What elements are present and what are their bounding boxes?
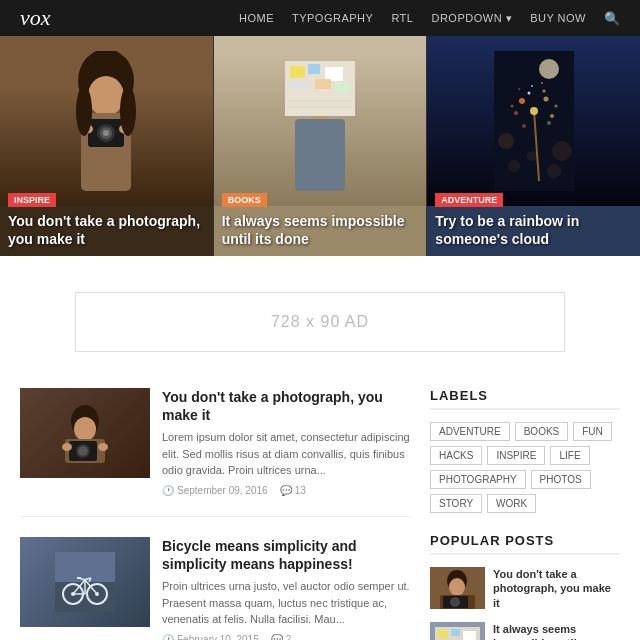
post-title-2[interactable]: Bicycle means simplicity and simplicity … xyxy=(162,537,410,573)
svg-point-41 xyxy=(552,141,572,161)
nav-dropdown[interactable]: DROPDOWN ▾ xyxy=(431,12,512,25)
sidebar: LABELS ADVENTUREBOOKSFUNHACKSINSPIRELIFE… xyxy=(430,388,620,640)
popular-title-1[interactable]: You don't take a photograph, you make it xyxy=(493,567,620,610)
labels-section: LABELS ADVENTUREBOOKSFUNHACKSINSPIRELIFE… xyxy=(430,388,620,513)
label-tag-adventure[interactable]: ADVENTURE xyxy=(430,422,510,441)
label-tag-inspire[interactable]: INSPIRE xyxy=(487,446,545,465)
labels-grid: ADVENTUREBOOKSFUNHACKSINSPIRELIFEPHOTOGR… xyxy=(430,422,620,513)
svg-point-40 xyxy=(498,133,514,149)
popular-thumb-2 xyxy=(430,622,485,640)
svg-point-39 xyxy=(518,88,520,90)
label-tag-story[interactable]: STORY xyxy=(430,494,482,513)
label-tag-books[interactable]: BOOKS xyxy=(515,422,569,441)
svg-point-30 xyxy=(550,114,554,118)
nav-buynow[interactable]: BUY NOW xyxy=(530,12,586,24)
hero-category-3[interactable]: ADVENTURE xyxy=(435,193,503,207)
hero-category-1[interactable]: INSPIRE xyxy=(8,193,56,207)
svg-rect-17 xyxy=(325,67,343,81)
svg-point-10 xyxy=(120,86,136,136)
svg-point-31 xyxy=(527,92,530,95)
svg-point-26 xyxy=(530,107,538,115)
svg-rect-18 xyxy=(290,81,310,89)
post-excerpt-2: Proin ultrices urna justo, vel auctor od… xyxy=(162,578,410,628)
svg-point-28 xyxy=(543,97,548,102)
hero-image-2 xyxy=(214,36,427,206)
svg-point-37 xyxy=(531,85,533,87)
svg-rect-75 xyxy=(438,630,448,638)
svg-rect-76 xyxy=(451,629,460,636)
label-tag-hacks[interactable]: HACKS xyxy=(430,446,482,465)
label-tag-fun[interactable]: FUN xyxy=(573,422,612,441)
comment-icon-1: 💬 xyxy=(280,485,292,496)
popular-thumb-1 xyxy=(430,567,485,609)
svg-point-1 xyxy=(88,76,124,116)
svg-rect-19 xyxy=(315,79,331,89)
svg-rect-15 xyxy=(290,66,305,78)
comment-icon-2: 💬 xyxy=(271,634,283,640)
svg-point-32 xyxy=(542,90,545,93)
post-comments-2: 💬 2 xyxy=(271,634,292,640)
post-thumb-2[interactable] xyxy=(20,537,150,627)
site-logo[interactable]: vox xyxy=(20,5,51,31)
label-tag-work[interactable]: WORK xyxy=(487,494,536,513)
svg-rect-20 xyxy=(335,83,350,92)
hero-item-1[interactable]: INSPIRE You don't take a photograph, you… xyxy=(0,36,213,256)
post-thumb-img-1 xyxy=(20,388,150,478)
svg-point-24 xyxy=(539,59,559,79)
post-info-1: You don't take a photograph, you make it… xyxy=(162,388,410,496)
svg-point-35 xyxy=(522,124,526,128)
hero-item-2[interactable]: BOOKS It always seems impossible until i… xyxy=(214,36,427,256)
popular-post-1[interactable]: You don't take a photograph, you make it xyxy=(430,567,620,610)
hero-overlay-3: ADVENTURE Try to be a rainbow in someone… xyxy=(427,183,640,256)
popular-posts-list: You don't take a photograph, you make it… xyxy=(430,567,620,640)
post-thumb-1[interactable] xyxy=(20,388,150,478)
main-wrapper: You don't take a photograph, you make it… xyxy=(0,388,640,640)
label-tag-photos[interactable]: PHOTOS xyxy=(531,470,591,489)
svg-point-46 xyxy=(74,417,96,441)
navbar: vox HOME TYPOGRAPHY RTL DROPDOWN ▾ BUY N… xyxy=(0,0,640,36)
label-tag-life[interactable]: LIFE xyxy=(550,446,589,465)
svg-point-51 xyxy=(62,443,72,451)
post-comments-1: 💬 13 xyxy=(280,485,306,496)
clock-icon-2: 🕐 xyxy=(162,634,174,640)
post-date-1: 🕐 September 09, 2016 xyxy=(162,485,268,496)
nav-rtl[interactable]: RTL xyxy=(391,12,413,24)
hero-title-3[interactable]: Try to be a rainbow in someone's cloud xyxy=(435,212,632,248)
post-title-1[interactable]: You don't take a photograph, you make it xyxy=(162,388,410,424)
popular-posts-section: POPULAR POSTS You don't take a photograp… xyxy=(430,533,620,640)
hero-title-1[interactable]: You don't take a photograph, you make it xyxy=(8,212,205,248)
hero-image-1 xyxy=(0,36,213,206)
svg-point-6 xyxy=(103,130,109,136)
svg-point-9 xyxy=(76,86,92,136)
hero-title-2[interactable]: It always seems impossible until its don… xyxy=(222,212,419,248)
post-card-1: You don't take a photograph, you make it… xyxy=(20,388,410,517)
post-meta-2: 🕐 February 10, 2015 💬 2 xyxy=(162,634,410,640)
post-thumb-img-2 xyxy=(20,537,150,627)
ad-banner-wrapper: 728 x 90 AD xyxy=(0,274,640,370)
post-date-2: 🕐 February 10, 2015 xyxy=(162,634,259,640)
ad-banner: 728 x 90 AD xyxy=(75,292,565,352)
svg-rect-13 xyxy=(295,119,345,191)
labels-title: LABELS xyxy=(430,388,620,410)
popular-title-2[interactable]: It always seems impossible until xyxy=(493,622,620,640)
hero-item-3[interactable]: ADVENTURE Try to be a rainbow in someone… xyxy=(427,36,640,256)
svg-point-29 xyxy=(514,111,518,115)
svg-point-36 xyxy=(547,121,551,125)
search-icon[interactable]: 🔍 xyxy=(604,11,620,26)
popular-post-2[interactable]: It always seems impossible until xyxy=(430,622,620,640)
svg-point-72 xyxy=(450,597,460,607)
hero-image-3 xyxy=(427,36,640,206)
label-tag-photography[interactable]: PHOTOGRAPHY xyxy=(430,470,526,489)
hero-category-2[interactable]: BOOKS xyxy=(222,193,267,207)
nav-typography[interactable]: TYPOGRAPHY xyxy=(292,12,373,24)
svg-rect-16 xyxy=(308,64,320,74)
post-meta-1: 🕐 September 09, 2016 💬 13 xyxy=(162,485,410,496)
nav-home[interactable]: HOME xyxy=(239,12,274,24)
svg-point-27 xyxy=(519,98,525,104)
hero-slider: INSPIRE You don't take a photograph, you… xyxy=(0,36,640,256)
content-area: You don't take a photograph, you make it… xyxy=(20,388,410,640)
nav-links: HOME TYPOGRAPHY RTL DROPDOWN ▾ BUY NOW 🔍 xyxy=(239,11,620,26)
svg-point-33 xyxy=(510,105,513,108)
svg-point-50 xyxy=(78,446,88,456)
post-excerpt-1: Lorem ipsum dolor sit amet, consectetur … xyxy=(162,429,410,479)
